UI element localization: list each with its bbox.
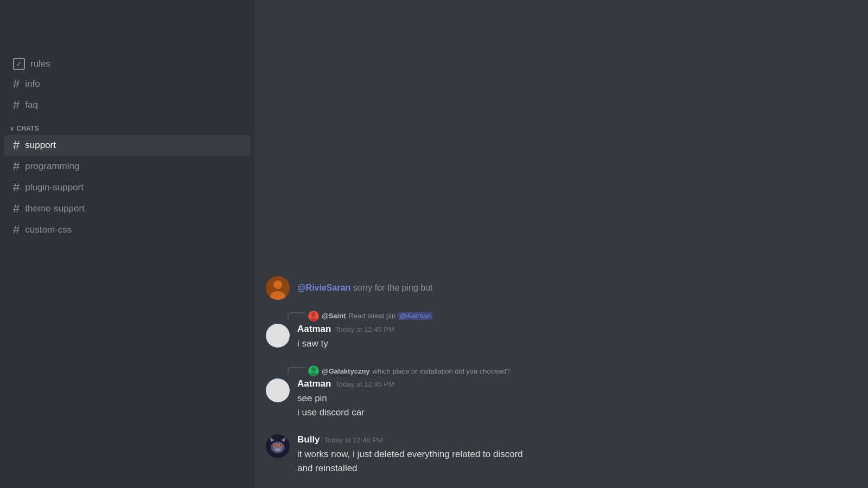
message-row: Aatman Today at 12:45 PM i saw ty xyxy=(266,324,857,351)
user-avatar-svg xyxy=(266,276,290,300)
mention-riviesaran: @RivieSaran xyxy=(297,283,350,292)
section-label: CHATS xyxy=(16,125,39,132)
reply-content-galak: which place or installation did you choo… xyxy=(373,367,510,375)
sidebar-item-label: plugin-support xyxy=(25,182,84,193)
svg-point-21 xyxy=(275,448,280,451)
reply-line xyxy=(288,367,305,375)
reply-indicator: @Galaktyczny which place or installation… xyxy=(297,365,857,376)
reply-avatar-galak xyxy=(308,365,319,376)
messages-container: @RivieSaran sorry for the ping but @Sain… xyxy=(255,0,868,488)
message-text: i saw ty xyxy=(297,337,857,351)
avatar-bully xyxy=(266,434,290,458)
sidebar: ✓ rules # info # faq ∨ CHATS # support #… xyxy=(0,0,255,488)
message-row-bully: Bully Today at 12:48 PM it works now, i … xyxy=(266,434,857,475)
sidebar-item-label: info xyxy=(25,79,40,89)
hash-icon: # xyxy=(13,223,20,237)
sidebar-item-programming[interactable]: # programming xyxy=(4,156,251,177)
sidebar-item-label: programming xyxy=(25,161,79,172)
avatar-aatman-2 xyxy=(266,378,290,402)
reply-avatar xyxy=(308,311,319,322)
checkbox-icon: ✓ xyxy=(13,58,25,70)
reply-content: Read latest pin xyxy=(348,312,395,320)
sidebar-item-plugin-support[interactable]: # plugin-support xyxy=(4,177,251,198)
sidebar-item-support[interactable]: # support xyxy=(4,135,251,156)
username-bully: Bully xyxy=(297,434,320,445)
message-header-2: Aatman Today at 12:45 PM xyxy=(297,378,857,389)
message-content: Aatman Today at 12:45 PM i saw ty xyxy=(297,324,857,351)
username: Aatman xyxy=(297,324,331,335)
reply-username-galak: @Galaktyczny xyxy=(322,367,370,375)
avatar-white-placeholder xyxy=(266,324,290,348)
message-row-2: Aatman Today at 12:45 PM see pin i use d… xyxy=(266,378,857,419)
clipped-message-text: sorry for the ping but xyxy=(353,283,433,292)
message-group-aatman-1: @Saint Read latest pin @Aatman Aatman To… xyxy=(255,309,868,353)
hash-icon: # xyxy=(13,181,20,195)
svg-point-19 xyxy=(280,445,282,446)
svg-point-4 xyxy=(311,312,316,317)
message-text-bully-2: and reinstalled xyxy=(297,461,857,476)
section-header-chats[interactable]: ∨ CHATS xyxy=(0,116,255,134)
avatar xyxy=(266,276,290,300)
username-2: Aatman xyxy=(297,378,331,389)
avatar-aatman-1 xyxy=(266,324,290,348)
message-group-aatman-2: @Galaktyczny which place or installation… xyxy=(255,363,868,421)
reply-mention: @Aatman xyxy=(398,312,432,320)
message-header: Aatman Today at 12:45 PM xyxy=(297,324,857,335)
hash-icon: # xyxy=(13,159,20,174)
saint-avatar-small xyxy=(308,311,319,322)
message-content-2: Aatman Today at 12:45 PM see pin i use d… xyxy=(297,378,857,419)
svg-point-7 xyxy=(311,367,316,371)
sidebar-item-rules[interactable]: ✓ rules xyxy=(4,55,251,73)
svg-point-1 xyxy=(273,280,282,289)
message-text-line2: i use discord car xyxy=(297,406,857,420)
clipped-message: @RivieSaran sorry for the ping but xyxy=(255,276,868,309)
timestamp-bully: Today at 12:48 PM xyxy=(324,436,383,444)
sidebar-item-label: custom-css xyxy=(25,224,72,235)
sidebar-item-label: faq xyxy=(25,100,38,111)
message-group-bully: Bully Today at 12:48 PM it works now, i … xyxy=(255,432,868,477)
sidebar-item-custom-css[interactable]: # custom-css xyxy=(4,220,251,240)
hash-icon: # xyxy=(13,77,20,91)
bully-avatar-svg xyxy=(266,434,290,458)
chat-area: @RivieSaran sorry for the ping but @Sain… xyxy=(255,0,868,488)
message-text-bully-1: it works now, i just deleted everything … xyxy=(297,447,857,461)
sidebar-item-label: theme-support xyxy=(25,203,85,214)
chevron-icon: ∨ xyxy=(10,125,14,132)
reply-line xyxy=(288,312,305,320)
reply-username: @Saint xyxy=(322,312,346,320)
sidebar-item-theme-support[interactable]: # theme-support xyxy=(4,198,251,219)
reply-indicator: @Saint Read latest pin @Aatman xyxy=(297,311,857,322)
sidebar-item-faq[interactable]: # faq xyxy=(4,95,251,115)
sidebar-item-label: support xyxy=(25,140,56,151)
message-header-bully: Bully Today at 12:48 PM xyxy=(297,434,857,445)
message-text-line1: see pin xyxy=(297,391,857,406)
timestamp: Today at 12:45 PM xyxy=(335,325,394,333)
sidebar-item-label: rules xyxy=(30,59,50,69)
hash-icon: # xyxy=(13,138,20,152)
hash-icon: # xyxy=(13,98,20,112)
message-content-bully: Bully Today at 12:48 PM it works now, i … xyxy=(297,434,857,475)
svg-point-18 xyxy=(275,445,276,446)
timestamp-2: Today at 12:45 PM xyxy=(335,380,394,388)
clipped-text: @RivieSaran sorry for the ping but xyxy=(297,283,433,293)
sidebar-item-info[interactable]: # info xyxy=(4,74,251,94)
galak-avatar-small xyxy=(308,365,319,376)
hash-icon: # xyxy=(13,202,20,216)
avatar-white-placeholder-2 xyxy=(266,378,290,402)
